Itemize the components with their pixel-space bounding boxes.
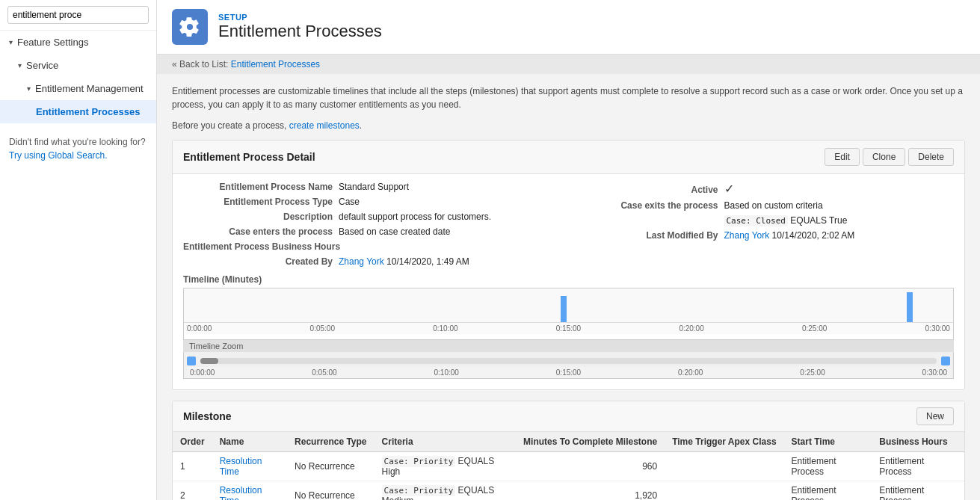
delete-button[interactable]: Delete: [908, 148, 954, 166]
detail-body: Entitlement Process Name Standard Suppor…: [173, 174, 964, 274]
breadcrumb-link[interactable]: Entitlement Processes: [231, 59, 320, 70]
field-created-by: Created By Zhang York 10/14/2020, 1:49 A…: [183, 256, 569, 267]
page-title: Entitlement Processes: [218, 22, 382, 41]
cell-criteria: Case: Priority EQUALS High: [375, 452, 517, 481]
table-row: 1 Resolution Time No Recurrence Case: Pr…: [173, 452, 964, 481]
gear-icon: [179, 16, 200, 37]
milestone-section: Milestone New Order Name Recurrence Type…: [172, 401, 965, 500]
timeline-scroll-axis: 0:00:00 0:05:00 0:10:00 0:15:00 0:20:00 …: [187, 367, 950, 378]
col-business-hours: Business Hours: [872, 432, 964, 452]
milestone-title: Milestone: [183, 410, 232, 422]
cell-criteria: Case: Priority EQUALS Medium: [375, 481, 517, 501]
col-order: Order: [173, 432, 212, 452]
sidebar: ▾ Feature Settings ▾ Service ▾ Entitleme…: [0, 0, 157, 500]
field-value-created-by: Zhang York 10/14/2020, 1:49 AM: [339, 256, 469, 267]
sidebar-item-label: Feature Settings: [17, 37, 88, 48]
edit-button[interactable]: Edit: [825, 148, 860, 166]
cell-apex: [665, 481, 783, 501]
before-text: Before you create a process,: [172, 120, 286, 131]
col-apex: Time Trigger Apex Class: [665, 432, 783, 452]
scroll-axis-6: 0:30:00: [922, 368, 947, 377]
cell-order: 2: [173, 481, 212, 501]
sidebar-item-label: Entitlement Management: [35, 83, 144, 94]
scroll-axis-1: 0:05:00: [312, 368, 336, 377]
field-value-process-name: Standard Support: [339, 182, 409, 192]
description-main: Entitlement processes are customizable t…: [172, 86, 963, 110]
sidebar-item-label: Entitlement Processes: [36, 106, 140, 117]
scroll-axis-2: 0:10:00: [434, 368, 459, 377]
scroll-thumb-icon: [187, 357, 196, 365]
cell-start-time: Entitlement Process: [784, 481, 872, 501]
global-search-link[interactable]: Try using Global Search.: [9, 150, 108, 161]
clone-button[interactable]: Clone: [863, 148, 905, 166]
scroll-axis-4: 0:20:00: [678, 368, 703, 377]
create-milestones-link[interactable]: create milestones: [289, 120, 360, 131]
after-text: .: [360, 120, 362, 131]
field-business-hours: Entitlement Process Business Hours: [183, 241, 569, 252]
cell-minutes: 1,920: [516, 481, 665, 501]
timeline-axis: 0:00:00 0:05:00 0:10:00 0:15:00 0:20:00 …: [184, 322, 953, 334]
sidebar-nav: ▾ Feature Settings ▾ Service ▾ Entitleme…: [0, 31, 156, 123]
scroll-axis-3: 0:15:00: [556, 368, 581, 377]
scroll-axis-5: 0:25:00: [800, 368, 825, 377]
modified-by-link[interactable]: Zhang York: [724, 230, 770, 241]
axis-label-2: 0:10:00: [433, 324, 457, 333]
field-case-exits: Case exits the process Based on custom c…: [569, 200, 955, 211]
search-input[interactable]: [7, 6, 149, 24]
field-value-case-exits-criteria: Case: Closed EQUALS True: [724, 215, 848, 226]
content-area: Entitlement processes are customizable t…: [157, 74, 980, 500]
field-modified-by: Last Modified By Zhang York 10/14/2020, …: [569, 230, 955, 241]
sidebar-item-entitlement-management[interactable]: ▾ Entitlement Management: [0, 77, 156, 100]
cell-business-hours: Entitlement Process: [872, 452, 964, 481]
col-criteria: Criteria: [375, 432, 517, 452]
sidebar-item-service[interactable]: ▾ Service: [0, 54, 156, 77]
axis-label-6: 0:30:00: [925, 324, 950, 333]
col-start-time: Start Time: [784, 432, 872, 452]
col-recurrence: Recurrence Type: [287, 432, 375, 452]
milestone-header: Milestone New: [173, 401, 964, 432]
cell-name: Resolution Time: [212, 481, 287, 501]
toggle-icon: ▾: [18, 61, 22, 70]
field-label-created-by: Created By: [183, 256, 333, 267]
scroll-bar[interactable]: [200, 358, 937, 364]
field-label-case-enters: Case enters the process: [183, 226, 333, 237]
axis-label-5: 0:25:00: [802, 324, 827, 333]
detail-panel-title: Entitlement Process Detail: [183, 151, 315, 163]
sidebar-item-feature-settings[interactable]: ▾ Feature Settings: [0, 31, 156, 54]
milestone-name-link[interactable]: Resolution Time: [220, 456, 262, 477]
description-text: Entitlement processes are customizable t…: [172, 84, 965, 111]
col-minutes: Minutes To Complete Milestone: [516, 432, 665, 452]
col-name: Name: [212, 432, 287, 452]
milestone-name-link[interactable]: Resolution Time: [220, 485, 262, 500]
field-value-modified-by: Zhang York 10/14/2020, 2:02 AM: [724, 230, 855, 241]
field-description: Description default support process for …: [183, 212, 569, 222]
main-content: SETUP Entitlement Processes « Back to Li…: [157, 0, 980, 500]
new-milestone-button[interactable]: New: [916, 407, 954, 425]
field-label-process-name: Entitlement Process Name: [183, 182, 333, 192]
sidebar-item-label: Service: [26, 60, 58, 71]
timeline-bars: [184, 288, 953, 322]
toggle-icon: ▾: [27, 84, 31, 93]
timeline-bar-1: [561, 296, 567, 322]
field-label-active: Active: [569, 185, 718, 195]
criteria-code: Case: Priority: [382, 456, 456, 467]
sidebar-item-entitlement-processes[interactable]: Entitlement Processes: [0, 100, 156, 123]
field-value-description: default support process for customers.: [339, 212, 491, 222]
created-by-link[interactable]: Zhang York: [339, 256, 384, 267]
table-row: 2 Resolution Time No Recurrence Case: Pr…: [173, 481, 964, 501]
cell-apex: [665, 452, 783, 481]
not-found-section: Didn't find what you're looking for? Try…: [0, 123, 156, 174]
timeline-bar-2: [907, 292, 913, 322]
cell-business-hours: Entitlement Process: [872, 481, 964, 501]
milestone-table-header: Order Name Recurrence Type Criteria Minu…: [173, 432, 964, 452]
milestone-table-body: 1 Resolution Time No Recurrence Case: Pr…: [173, 452, 964, 501]
axis-label-3: 0:15:00: [556, 324, 581, 333]
header-icon: [172, 9, 208, 45]
description-create: Before you create a process, create mile…: [172, 119, 965, 132]
detail-panel: Entitlement Process Detail Edit Clone De…: [172, 140, 965, 390]
cell-recurrence: No Recurrence: [287, 452, 375, 481]
field-value-case-exits: Based on custom criteria: [724, 200, 823, 211]
breadcrumb-back: « Back to List:: [172, 59, 228, 70]
breadcrumb: « Back to List: Entitlement Processes: [157, 55, 980, 74]
timeline-chart: 0:00:00 0:05:00 0:10:00 0:15:00 0:20:00 …: [183, 288, 954, 340]
